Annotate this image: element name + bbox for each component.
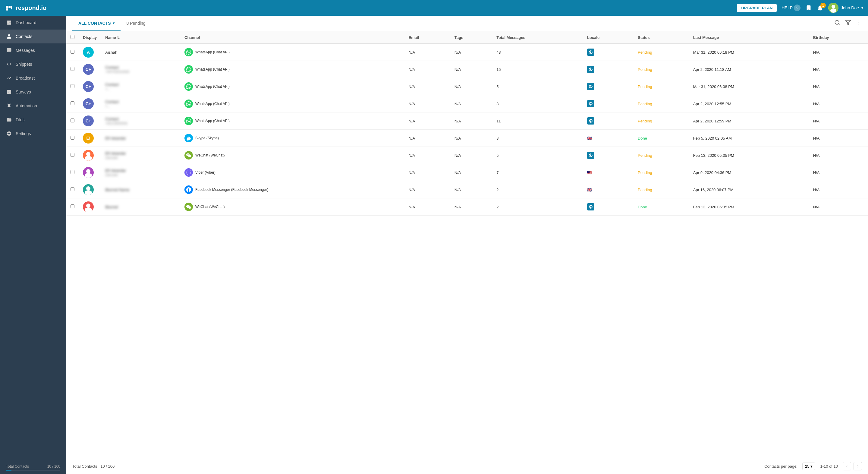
row-name-cell[interactable]: Efi Iskandar Zainudin xyxy=(101,164,180,181)
svg-point-14 xyxy=(85,207,92,212)
next-page-button[interactable]: › xyxy=(854,462,862,470)
sidebar-label-surveys: Surveys xyxy=(16,90,31,94)
settings-icon xyxy=(6,131,12,136)
row-checkbox-cell[interactable] xyxy=(66,78,79,95)
th-name[interactable]: Name ⇅ xyxy=(101,31,180,44)
filter-icon[interactable] xyxy=(845,20,851,27)
row-tags-cell: N/A xyxy=(450,113,492,130)
user-menu-chevron: ▾ xyxy=(861,6,863,10)
all-contacts-tab[interactable]: ALL CONTACTS ▾ xyxy=(72,16,121,31)
contacts-table-wrap: Display Name ⇅ Channel Email Tags Total … xyxy=(66,31,868,458)
row-name-cell[interactable]: Efi Iskandar Zainudin xyxy=(101,147,180,164)
table-row: C+ Contact +447418310500 WhatsApp (Chat … xyxy=(66,61,868,78)
row-locale-cell: 🇬🇧 xyxy=(583,130,633,147)
row-checkbox[interactable] xyxy=(70,187,74,191)
row-total-messages-cell: 2 xyxy=(492,199,583,215)
row-checkbox-cell[interactable] xyxy=(66,61,79,78)
surveys-icon xyxy=(6,89,12,95)
sidebar-item-messages[interactable]: Messages xyxy=(0,43,66,57)
help-button[interactable]: HELP ? xyxy=(781,4,801,11)
row-checkbox[interactable] xyxy=(70,170,74,174)
row-status-cell: Pending xyxy=(633,61,689,78)
notification-icon[interactable]: 1 xyxy=(817,4,824,11)
row-checkbox[interactable] xyxy=(70,119,74,122)
row-checkbox-cell[interactable] xyxy=(66,199,79,215)
row-checkbox-cell[interactable] xyxy=(66,113,79,130)
row-checkbox-cell[interactable] xyxy=(66,95,79,113)
row-name-cell[interactable]: Blurred xyxy=(101,199,180,215)
row-tags-cell: N/A xyxy=(450,78,492,95)
row-name-cell[interactable]: Contact +447418310500 xyxy=(101,61,180,78)
row-tags-cell: N/A xyxy=(450,164,492,181)
row-channel-cell: WhatsApp (Chat API) xyxy=(180,44,404,61)
th-last-message: Last Message xyxy=(689,31,809,44)
row-checkbox[interactable] xyxy=(70,67,74,71)
all-contacts-dropdown-icon[interactable]: ▾ xyxy=(113,21,115,25)
bookmark-icon[interactable] xyxy=(805,4,812,11)
row-checkbox[interactable] xyxy=(70,153,74,157)
sidebar-item-surveys[interactable]: Surveys xyxy=(0,85,66,99)
row-email-cell: N/A xyxy=(404,164,450,181)
row-locale-cell xyxy=(583,61,633,78)
row-channel-cell: WhatsApp (Chat API) xyxy=(180,78,404,95)
svg-point-8 xyxy=(85,156,92,161)
per-page-label: Contacts per page: xyxy=(764,464,798,469)
sidebar-item-files[interactable]: Files xyxy=(0,113,66,127)
row-last-message-cell: Mar 31, 2020 06:08 PM xyxy=(689,78,809,95)
table-row: Efi Iskandar Zainudin Viber (Viber) N/A … xyxy=(66,164,868,181)
row-checkbox[interactable] xyxy=(70,50,74,54)
row-name-cell[interactable]: Efi Iskandar xyxy=(101,130,180,147)
sidebar-item-contacts[interactable]: Contacts xyxy=(0,30,66,43)
row-checkbox-cell[interactable] xyxy=(66,130,79,147)
svg-point-5 xyxy=(859,22,860,23)
sidebar-label-snippets: Snippets xyxy=(16,62,32,67)
sidebar-item-snippets[interactable]: Snippets xyxy=(0,57,66,71)
sidebar-item-broadcast[interactable]: Broadcast xyxy=(0,71,66,85)
help-label: HELP xyxy=(781,5,793,10)
row-last-message-cell: Apr 9, 2020 04:36 PM xyxy=(689,164,809,181)
row-total-messages-cell: 11 xyxy=(492,113,583,130)
row-checkbox[interactable] xyxy=(70,136,74,140)
sidebar-item-dashboard[interactable]: Dashboard xyxy=(0,16,66,30)
row-total-messages-cell: 43 xyxy=(492,44,583,61)
row-name-cell[interactable]: Blurred Name xyxy=(101,181,180,199)
sidebar-label-dashboard: Dashboard xyxy=(16,20,36,25)
help-icon: ? xyxy=(794,4,801,11)
pending-tab-label: 8 Pending xyxy=(127,21,146,26)
row-checkbox-cell[interactable] xyxy=(66,164,79,181)
sidebar-item-automation[interactable]: Automation xyxy=(0,99,66,113)
row-checkbox-cell[interactable] xyxy=(66,181,79,199)
upgrade-plan-button[interactable]: UPGRADE PLAN xyxy=(737,4,777,12)
row-checkbox-cell[interactable] xyxy=(66,44,79,61)
sidebar: Dashboard Contacts Messages Snippets Bro… xyxy=(0,16,66,474)
row-tags-cell: N/A xyxy=(450,130,492,147)
row-checkbox[interactable] xyxy=(70,84,74,88)
svg-point-2 xyxy=(830,8,836,13)
channel-name: WhatsApp (Chat API) xyxy=(195,101,230,106)
content-header: ALL CONTACTS ▾ 8 Pending xyxy=(66,16,868,31)
footer-total-contacts: Total Contacts 10 / 100 xyxy=(72,464,115,469)
search-icon[interactable] xyxy=(834,20,840,27)
row-checkbox[interactable] xyxy=(70,101,74,105)
prev-page-button[interactable]: ‹ xyxy=(843,462,851,470)
header-actions xyxy=(834,20,862,27)
pending-tab[interactable]: 8 Pending xyxy=(121,21,152,26)
sidebar-item-settings[interactable]: Settings xyxy=(0,127,66,141)
channel-name: WeChat (WeChat) xyxy=(195,205,225,209)
row-channel-cell: WhatsApp (Chat API) xyxy=(180,95,404,113)
row-checkbox[interactable] xyxy=(70,204,74,208)
row-status-cell: Done xyxy=(633,130,689,147)
row-locale-cell xyxy=(583,95,633,113)
row-name-cell[interactable]: Contact +... xyxy=(101,95,180,113)
row-name-cell[interactable]: Contact +60133650556 xyxy=(101,113,180,130)
row-name-cell[interactable]: Contact +... xyxy=(101,78,180,95)
row-display-cell: C+ xyxy=(79,113,101,130)
select-all-checkbox[interactable] xyxy=(70,35,74,39)
row-name-cell[interactable]: Aishah xyxy=(101,44,180,61)
user-menu[interactable]: John Doe ▾ xyxy=(828,3,863,13)
total-contacts-info: Total Contacts 10 / 100 xyxy=(0,461,66,474)
more-options-icon[interactable] xyxy=(856,20,862,27)
per-page-select[interactable]: 25 ▾ xyxy=(802,463,815,470)
th-birthday: Birthday xyxy=(809,31,868,44)
row-checkbox-cell[interactable] xyxy=(66,147,79,164)
